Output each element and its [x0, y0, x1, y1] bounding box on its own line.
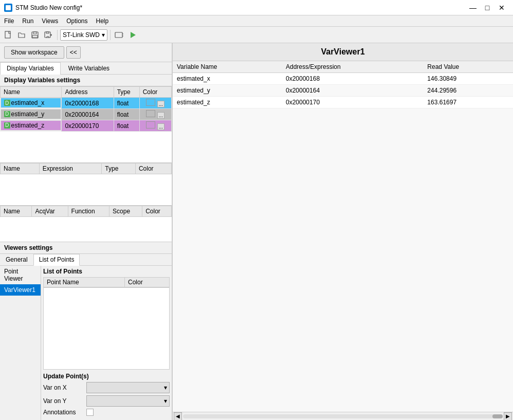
color-dots-button[interactable]: ...: [157, 123, 164, 130]
scroll-left-arrow[interactable]: ◀: [174, 412, 182, 421]
col-address: Address: [62, 87, 114, 98]
svg-marker-10: [131, 32, 136, 38]
viewers-settings-header: Viewers settings: [0, 242, 172, 254]
title-bar: STM Studio New config* — □ ✕: [0, 0, 513, 15]
connect-button[interactable]: [113, 29, 125, 41]
variable-tabs: Display Variables Write Variables: [0, 62, 172, 75]
table-row[interactable]: estimated_z 0x20000170 163.61697: [173, 97, 513, 108]
color-dots-button[interactable]: ...: [157, 101, 164, 107]
variables-table-1: Name Address Type Color D estimated_x: [0, 86, 172, 132]
var-on-x-row: Var on X ▾: [43, 382, 170, 393]
annotations-checkbox[interactable]: [86, 409, 94, 416]
minimize-button[interactable]: —: [466, 3, 480, 13]
var-y-dropdown[interactable]: ▾: [86, 395, 170, 407]
menu-help[interactable]: Help: [92, 16, 113, 26]
save-as-button[interactable]: [42, 29, 54, 41]
open-button[interactable]: [15, 29, 28, 41]
scroll-right-arrow[interactable]: ▶: [504, 412, 512, 421]
vv-col-variable-name: Variable Name: [173, 61, 282, 73]
nav-back-button[interactable]: <<: [66, 46, 81, 59]
varviewer-table: Variable Name Address/Expression Read Va…: [173, 61, 513, 108]
table-section-2: Name Expression Type Color: [0, 163, 172, 206]
empty-area-1: [0, 132, 172, 162]
maximize-button[interactable]: □: [480, 3, 494, 13]
var-address: 0x20000168: [62, 98, 114, 109]
var-on-y-row: Var on Y ▾: [43, 395, 170, 407]
vv-address: 0x20000164: [282, 85, 423, 97]
show-workspace-button[interactable]: Show workspace: [4, 46, 64, 59]
tab-list-of-points[interactable]: List of Points: [33, 254, 80, 266]
vv-address: 0x20000170: [282, 97, 423, 108]
tab-general[interactable]: General: [0, 254, 33, 265]
variables-table-2: Name Expression Type Color: [0, 163, 172, 174]
svg-rect-4: [32, 35, 38, 38]
var-name: estimated_x: [11, 99, 45, 106]
left-panel: Show workspace << Display Variables Writ…: [0, 43, 172, 420]
vv-var-name: estimated_x: [173, 73, 282, 85]
col-color-3: Color: [142, 206, 172, 217]
new-button[interactable]: [2, 29, 14, 41]
run-button[interactable]: [126, 29, 139, 41]
viewer-item-point-viewer[interactable]: Point Viewer: [0, 266, 41, 284]
table-row[interactable]: D estimated_x 0x20000168 float ...: [1, 98, 172, 109]
var-address: 0x20000164: [62, 109, 114, 120]
horizontal-scrollbar[interactable]: ◀ ▶: [173, 412, 513, 420]
toolbar: ST-Link SWD ▾: [0, 27, 513, 43]
col-function-3: Function: [68, 206, 109, 217]
var-x-label: Var on X: [43, 384, 84, 391]
display-variables-header: Display Variables settings: [0, 75, 172, 86]
scroll-track[interactable]: [183, 414, 503, 418]
var-address: 0x20000170: [62, 120, 114, 132]
var-y-label: Var on Y: [43, 397, 84, 405]
color-dots-button[interactable]: ...: [157, 112, 164, 119]
menu-file[interactable]: File: [0, 16, 18, 26]
save-button[interactable]: [29, 29, 41, 41]
tab-display-variables[interactable]: Display Variables: [0, 62, 61, 75]
list-of-points-label: List of Points: [43, 268, 170, 275]
vv-col-read-value: Read Value: [423, 61, 513, 73]
table-row[interactable]: estimated_x 0x20000168 146.30849: [173, 73, 513, 85]
tab-write-variables[interactable]: Write Variables: [62, 62, 116, 74]
var-color-cell: ...: [139, 109, 171, 120]
close-button[interactable]: ✕: [494, 3, 509, 13]
table-row[interactable]: estimated_y 0x20000164 244.29596: [173, 85, 513, 97]
connection-dropdown[interactable]: ST-Link SWD ▾: [60, 29, 107, 41]
vv-value: 244.29596: [423, 85, 513, 97]
col-type-1: Type: [114, 87, 139, 98]
table-row[interactable]: D estimated_y 0x20000164 float ...: [1, 109, 172, 120]
var-name: estimated_z: [11, 122, 45, 129]
col-scope: Scope: [109, 206, 142, 217]
menu-run[interactable]: Run: [18, 16, 38, 26]
viewer-item-varviewer1[interactable]: VarViewer1: [0, 284, 41, 296]
var-color-cell: ...: [139, 120, 171, 132]
col-point-name: Point Name: [44, 278, 125, 287]
dropdown-x-arrow: ▾: [164, 384, 167, 391]
viewers-content: Point Viewer VarViewer1 List of Points P…: [0, 266, 172, 420]
viewers-sidebar: Point Viewer VarViewer1: [0, 266, 41, 420]
menu-views[interactable]: Views: [38, 16, 62, 26]
color-swatch: [146, 121, 155, 129]
empty-area-2: [0, 174, 172, 205]
svg-rect-7: [115, 32, 122, 38]
dropdown-y-arrow: ▾: [164, 397, 167, 405]
empty-area-3: [0, 217, 172, 242]
col-expression: Expression: [39, 163, 102, 174]
var-x-dropdown[interactable]: ▾: [86, 382, 170, 393]
var-color-cell: ...: [139, 98, 171, 109]
menu-options[interactable]: Options: [62, 16, 91, 26]
col-name-1: Name: [1, 87, 62, 98]
points-list-area: [43, 287, 170, 370]
dropdown-arrow-icon: ▾: [102, 31, 105, 39]
col-type-2: Type: [102, 163, 136, 174]
table-section-3: Name AcqVar Function Scope Color: [0, 206, 172, 242]
color-swatch: [146, 110, 155, 117]
window-controls: — □ ✕: [466, 3, 509, 13]
viewers-right-panel: List of Points Point Name Color Update P…: [41, 266, 172, 420]
scroll-thumb: [492, 414, 503, 418]
col-acqvar: AcqVar: [32, 206, 68, 217]
table-row[interactable]: D estimated_z 0x20000170 float ...: [1, 120, 172, 132]
annotations-row: Annotations: [43, 409, 170, 416]
viewers-settings: Viewers settings General List of Points …: [0, 242, 172, 420]
update-points-label: Update Point(s): [43, 373, 170, 380]
d-badge: D: [4, 100, 10, 106]
